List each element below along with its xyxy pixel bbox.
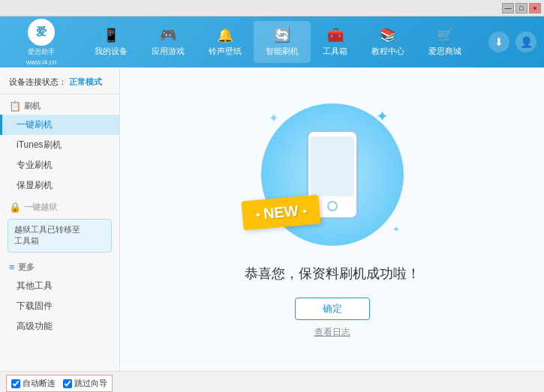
sidebar-item-save-flash[interactable]: 保显刷机 xyxy=(0,175,119,196)
section-more: ≡ 更多 xyxy=(0,259,119,276)
nav-tutorial[interactable]: 📚 教程中心 xyxy=(359,21,416,63)
user-button[interactable]: 👤 xyxy=(515,31,536,52)
minimize-button[interactable]: — xyxy=(502,3,514,13)
checkboxes-row: 自动断连 跳过向导 xyxy=(0,372,544,392)
smart-flash-label: 智能刷机 xyxy=(266,46,299,57)
save-flash-label: 保显刷机 xyxy=(17,180,53,190)
status-value: 正常模式 xyxy=(69,77,102,86)
ringtones-icon: 🔔 xyxy=(217,27,233,43)
sidebar-item-one-click-flash[interactable]: 一键刷机 xyxy=(0,115,119,135)
section-jailbreak: 🔒 一键越狱 xyxy=(0,199,119,216)
download-button[interactable]: ⬇ xyxy=(488,31,509,52)
itunes-flash-label: iTunes刷机 xyxy=(17,139,62,150)
sidebar-item-other-tools[interactable]: 其他工具 xyxy=(0,276,119,296)
bottom-section: 自动断连 跳过向导 📱 iPhone 12 mini 64GB Down-12m… xyxy=(0,371,544,392)
main-area: 设备连接状态： 正常模式 📋 刷机 一键刷机 iTunes刷机 专业刷机 保显刷… xyxy=(0,67,544,371)
toolbox-icon: 🧰 xyxy=(327,27,344,43)
pro-flash-label: 专业刷机 xyxy=(17,160,53,170)
sidebar-item-advanced[interactable]: 高级功能 xyxy=(0,316,119,337)
status-label: 设备连接状态： xyxy=(9,77,67,86)
sidebar-item-itunes-flash[interactable]: iTunes刷机 xyxy=(0,135,119,155)
jailbreak-section-icon: 🔒 xyxy=(9,202,21,213)
section-flash: 📋 刷机 xyxy=(0,97,119,115)
nav-items: 📱 我的设备 🎮 应用游戏 🔔 铃声壁纸 🔄 智能刷机 🧰 工具箱 📚 教程中心… xyxy=(75,21,481,63)
logo-name: 爱思助手 xyxy=(28,47,55,57)
auto-connect-label: 自动断连 xyxy=(23,378,56,389)
jailbreak-notice: 越狱工具已转移至工具箱 xyxy=(8,219,112,253)
skip-wizard-label: 跳过向导 xyxy=(74,378,107,389)
my-device-label: 我的设备 xyxy=(95,46,128,57)
checkbox-container: 自动断连 跳过向导 xyxy=(6,375,113,392)
maximize-button[interactable]: □ xyxy=(515,3,527,13)
flash-section-icon: 📋 xyxy=(9,100,21,112)
advanced-label: 高级功能 xyxy=(17,321,53,331)
content-area: NEW ✦ ✦ ✦ 恭喜您，保资料刷机成功啦！ 确定 查看日志 xyxy=(120,67,544,371)
auto-connect-checkbox[interactable] xyxy=(11,379,20,388)
sidebar-item-download-firmware[interactable]: 下载固件 xyxy=(0,296,119,316)
auto-connect-checkbox-label[interactable]: 自动断连 xyxy=(11,378,56,389)
top-navigation: 爱 爱思助手 www.i4.cn 📱 我的设备 🎮 应用游戏 🔔 铃声壁纸 🔄 … xyxy=(0,16,544,67)
skip-wizard-checkbox[interactable] xyxy=(63,379,72,388)
other-tools-label: 其他工具 xyxy=(17,280,53,291)
smart-flash-icon: 🔄 xyxy=(274,27,290,43)
device-status: 设备连接状态： 正常模式 xyxy=(0,73,119,94)
flash-section-label: 刷机 xyxy=(24,100,41,112)
close-button[interactable]: × xyxy=(529,3,541,13)
apps-games-icon: 🎮 xyxy=(160,27,176,43)
nav-apps-games[interactable]: 🎮 应用游戏 xyxy=(140,21,197,63)
phone-home-button xyxy=(327,201,338,211)
logo-icon: 爱 xyxy=(28,19,55,46)
phone-illustration: NEW ✦ ✦ ✦ xyxy=(257,100,407,250)
nav-smart-flash[interactable]: 🔄 智能刷机 xyxy=(254,21,311,63)
sidebar-item-pro-flash[interactable]: 专业刷机 xyxy=(0,155,119,175)
tutorial-label: 教程中心 xyxy=(371,46,404,57)
sparkle-3-icon: ✦ xyxy=(392,224,400,235)
nav-fans-city[interactable]: 🛒 爱思商城 xyxy=(416,21,473,63)
view-log-link[interactable]: 查看日志 xyxy=(314,326,350,339)
one-click-flash-label: 一键刷机 xyxy=(17,119,53,130)
logo-area[interactable]: 爱 爱思助手 www.i4.cn xyxy=(8,19,75,66)
window-controls[interactable]: — □ × xyxy=(502,3,541,13)
jailbreak-section-label: 一键越狱 xyxy=(24,202,57,213)
nav-ringtones[interactable]: 🔔 铃声壁纸 xyxy=(197,21,254,63)
nav-my-device[interactable]: 📱 我的设备 xyxy=(83,21,140,63)
sparkle-1-icon: ✦ xyxy=(269,111,278,125)
fans-city-label: 爱思商城 xyxy=(428,46,461,57)
more-section-label: 更多 xyxy=(18,262,35,273)
toolbox-label: 工具箱 xyxy=(323,46,347,57)
confirm-button[interactable]: 确定 xyxy=(295,298,370,320)
skip-wizard-checkbox-label[interactable]: 跳过向导 xyxy=(63,378,107,389)
tutorial-icon: 📚 xyxy=(380,27,396,43)
my-device-icon: 📱 xyxy=(103,27,119,43)
logo-url: www.i4.cn xyxy=(26,58,57,66)
ringtones-label: 铃声壁纸 xyxy=(209,46,242,57)
nav-toolbox[interactable]: 🧰 工具箱 xyxy=(311,21,359,63)
phone-screen xyxy=(311,136,354,196)
jailbreak-notice-text: 越狱工具已转移至工具箱 xyxy=(14,225,80,245)
success-text: 恭喜您，保资料刷机成功啦！ xyxy=(245,265,420,283)
more-section-icon: ≡ xyxy=(9,262,15,273)
download-firmware-label: 下载固件 xyxy=(17,301,53,311)
sparkle-2-icon: ✦ xyxy=(376,107,389,125)
nav-right-buttons: ⬇ 👤 xyxy=(488,31,536,52)
title-bar: — □ × xyxy=(0,0,544,16)
sidebar: 设备连接状态： 正常模式 📋 刷机 一键刷机 iTunes刷机 专业刷机 保显刷… xyxy=(0,67,120,371)
fans-city-icon: 🛒 xyxy=(437,27,453,43)
apps-games-label: 应用游戏 xyxy=(152,46,185,57)
